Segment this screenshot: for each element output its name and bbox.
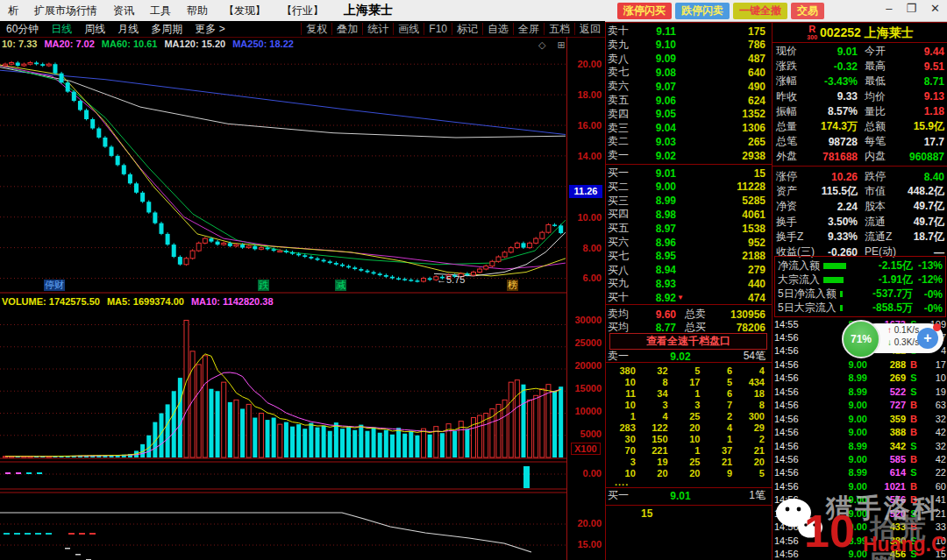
menu-item-5[interactable]: 【发现】 xyxy=(216,4,274,17)
level-volume: 1352 xyxy=(676,108,769,120)
ask-level-row-9[interactable]: 卖一9.022938 xyxy=(608,149,769,162)
tool-button-1[interactable]: 叠加 xyxy=(331,23,362,35)
level-price: 9.01 xyxy=(636,167,676,180)
menu-item-4[interactable]: 帮助 xyxy=(179,4,216,17)
period-tab-4[interactable]: 多周期 xyxy=(145,22,189,37)
menu-item-2[interactable]: 资讯 xyxy=(105,4,142,17)
menu-item-0[interactable]: 析 xyxy=(0,4,26,17)
side-count: 1笔 xyxy=(725,488,769,503)
menu-item-3[interactable]: 工具 xyxy=(142,4,179,17)
level-price: 8.98 xyxy=(636,209,676,221)
queue-cell: 34 xyxy=(640,388,673,399)
period-tab-2[interactable]: 周线 xyxy=(78,22,111,37)
tool-button-8[interactable]: 五档 xyxy=(544,23,574,35)
chart-corner-icons[interactable]: ◇ ⊞ xyxy=(538,39,570,51)
queue-cell: 30 xyxy=(608,434,640,444)
field-value: 781688 xyxy=(816,151,858,163)
period-tab-0[interactable]: 60分钟 xyxy=(0,22,45,37)
upload-speed: ↑ 0.1K/s xyxy=(887,325,919,335)
bid-level-row-8[interactable]: 买九8.93440 xyxy=(608,277,769,290)
bid-level-row-1[interactable]: 买二9.0011228 xyxy=(608,181,769,194)
level-label: 买五 xyxy=(608,221,636,236)
bid-level-row-9[interactable]: 买十8.92▼474 xyxy=(608,291,769,304)
field-value: 9.33% xyxy=(816,230,858,243)
quote-row2-0: 涨停10.26跌停8.40 xyxy=(776,169,944,184)
buy1-first-order: 15 xyxy=(641,507,652,520)
title-button-2[interactable]: 一键全撤 xyxy=(733,3,787,19)
tool-button-0[interactable]: 复权 xyxy=(301,23,331,35)
level-price: 8.93 xyxy=(636,278,676,290)
ma-label-2: MA60: 10.61 xyxy=(102,39,158,49)
quote-row-2: 涨幅-3.43%最低8.71 xyxy=(776,74,944,89)
bid-level-row-5[interactable]: 买六8.96952 xyxy=(608,236,769,249)
signal-percent-badge[interactable]: 71% xyxy=(842,320,880,358)
stock-name: 上海莱士 xyxy=(865,25,914,39)
tool-button-5[interactable]: 标记 xyxy=(452,23,482,35)
ask-level-row-7[interactable]: 卖三9.041306 xyxy=(608,122,769,135)
bid-level-row-2[interactable]: 买三8.995285 xyxy=(608,195,769,208)
period-tab-3[interactable]: 月线 xyxy=(111,22,145,37)
queue-cell: 10 xyxy=(673,434,705,444)
ask-level-row-0[interactable]: 卖十9.11175 xyxy=(608,25,769,38)
flow-bar xyxy=(823,263,846,269)
close-button[interactable]: ✕ xyxy=(930,2,940,15)
net-speed-widget[interactable]: ↑ 0.1K/s ↓ 0.3K/s 71% + xyxy=(838,319,947,359)
tool-button-2[interactable]: 统计 xyxy=(362,23,393,35)
flow-pct: -13% xyxy=(913,259,943,272)
bid-level-row-3[interactable]: 买四8.984061 xyxy=(608,208,769,221)
field-value: 98728 xyxy=(816,136,858,148)
flow-pct: -12% xyxy=(913,273,943,286)
bid-level-row-7[interactable]: 买八8.94279 xyxy=(608,264,769,277)
bid-level-row-6[interactable]: 买七8.952188 xyxy=(608,250,769,263)
period-tab-1[interactable]: 日线 xyxy=(45,22,78,37)
level-volume: 2938 xyxy=(676,150,769,162)
queue-cell: 1 xyxy=(673,445,705,456)
menu-item-6[interactable]: 【行业】 xyxy=(274,4,331,17)
level-volume: 786 xyxy=(676,39,769,51)
title-button-0[interactable]: 涨停闪买 xyxy=(617,3,672,19)
tool-button-9[interactable]: 返回 xyxy=(574,23,605,35)
tick-volume: 522 xyxy=(867,386,906,397)
separator xyxy=(773,166,947,167)
tool-button-7[interactable]: 全屏 xyxy=(513,23,544,35)
field-value: 18.7亿 xyxy=(903,230,944,245)
restore-button[interactable]: ❐ xyxy=(906,2,916,15)
ask-level-row-5[interactable]: 卖五9.06624 xyxy=(608,94,769,107)
field-label: 资产 xyxy=(776,184,816,199)
tick-direction: S xyxy=(906,386,922,397)
bid-level-row-0[interactable]: 买一9.0115 xyxy=(608,167,769,180)
field-label: 均价 xyxy=(865,89,903,104)
ask-level-row-2[interactable]: 卖八9.09487 xyxy=(608,53,769,66)
menu-item-1[interactable]: 扩展市场行情 xyxy=(26,4,105,17)
queue-cell: 221 xyxy=(640,445,673,456)
level-label: 买四 xyxy=(608,207,636,222)
ask-level-row-8[interactable]: 卖二9.03265 xyxy=(608,135,769,148)
level-volume: 15 xyxy=(676,167,769,180)
tool-button-6[interactable]: 自选 xyxy=(482,23,513,35)
title-button-1[interactable]: 跌停闪卖 xyxy=(675,3,730,19)
volume-axis-label: 5000 xyxy=(570,429,602,439)
tool-button-4[interactable]: F10 xyxy=(424,23,452,35)
ask-level-row-3[interactable]: 卖七9.08640 xyxy=(608,66,769,79)
ask-level-row-4[interactable]: 卖六9.07490 xyxy=(608,80,769,93)
volume-axis-label: 15000 xyxy=(570,383,602,393)
field-label: 净资 xyxy=(776,199,816,214)
tick-volume: 359 xyxy=(867,414,906,424)
queue-cell: 20 xyxy=(673,422,705,433)
ask-level-row-6[interactable]: 卖四9.051352 xyxy=(608,108,769,121)
field-label: 总笔 xyxy=(776,134,816,149)
queue-row-7: 7022113721 xyxy=(608,444,769,456)
minimize-button[interactable]: – xyxy=(886,2,892,15)
summary-value: 8.77 xyxy=(636,322,676,334)
tool-button-3[interactable]: 画线 xyxy=(393,23,424,35)
tick-time: 14:56 xyxy=(774,400,806,410)
level2-quote-button[interactable]: 查看全速千档盘口 xyxy=(609,333,767,350)
field-label: 量比 xyxy=(865,104,903,119)
title-button-3[interactable]: 交易 xyxy=(791,3,824,19)
volume-axis-label: 10000 xyxy=(570,406,602,416)
period-tab-5[interactable]: 更多 > xyxy=(189,22,231,37)
ask-level-row-1[interactable]: 卖九9.10786 xyxy=(608,39,769,52)
price-axis-label: 20.00 xyxy=(570,59,602,69)
queue-row-0: 38032564 xyxy=(608,365,769,376)
bid-level-row-4[interactable]: 买五8.971538 xyxy=(608,222,769,235)
